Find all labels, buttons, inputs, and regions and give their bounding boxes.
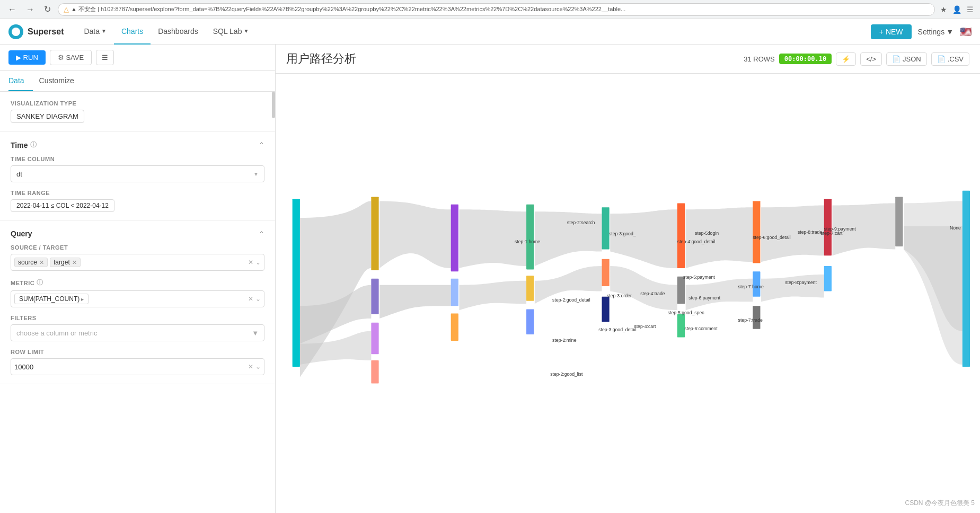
- node-step5-login: [602, 207, 609, 249]
- node-step3-good-detail2: [451, 313, 458, 340]
- target-tag[interactable]: target ✕: [50, 258, 81, 267]
- tab-data[interactable]: Data: [8, 71, 33, 91]
- save-button[interactable]: ⚙ SAVE: [50, 50, 92, 65]
- label-step5-payment: step-5:payment: [683, 275, 715, 280]
- extensions-button[interactable]: ☰: [966, 4, 975, 15]
- node-step2-good-detail: [371, 279, 378, 314]
- query-section-header: Query ⌃: [11, 229, 264, 238]
- nav-data[interactable]: Data ▼: [76, 19, 113, 45]
- forward-button[interactable]: →: [23, 4, 37, 15]
- node-step5-good-spec: [602, 297, 609, 322]
- label-step3-good-detail2: step-3:good_detail: [598, 327, 637, 332]
- time-range-badge[interactable]: 2022-04-11 ≤ COL < 2022-04-12: [11, 199, 114, 212]
- node-step3-order: [451, 279, 458, 306]
- row-limit-clear-button[interactable]: ✕: [248, 363, 253, 370]
- node-step9-payment: [895, 197, 903, 246]
- label-step7-trade: step-7:trade: [738, 317, 763, 323]
- chart-header: 用户路径分析 31 ROWS 00:00:00.10 ⚡ </> 📄 JSON …: [276, 45, 980, 74]
- node-step2-good-list: [371, 360, 378, 384]
- label-step6-good-detail: step-6:good_detail: [753, 235, 791, 240]
- sqllab-caret-icon: ▼: [243, 28, 249, 34]
- metric-input[interactable]: SUM(PATH_COUNT) ▸ ✕ ⌄: [11, 290, 264, 307]
- label-step5-good-spec: step-5:good_spec: [668, 310, 705, 315]
- run-button[interactable]: ▶ RUN: [8, 50, 46, 65]
- node-step4-cart: [526, 309, 534, 334]
- metric-expand-button[interactable]: ⌄: [255, 295, 261, 303]
- settings-button[interactable]: Settings ▼: [918, 28, 953, 36]
- viz-type-section: VISUALIZATION TYPE SANKEY DIAGRAM: [0, 92, 275, 132]
- address-bar[interactable]: △ ▲ 不安全 | h102:8787/superset/explore/?fo…: [58, 3, 935, 16]
- table-icon-button[interactable]: ☰: [96, 50, 114, 65]
- csv-button[interactable]: 📄 .CSV: [931, 52, 969, 66]
- panel-content: VISUALIZATION TYPE SANKEY DIAGRAM Time ⓘ…: [0, 92, 275, 513]
- app-header: Superset Data ▼ Charts Dashboards SQL La…: [0, 19, 980, 45]
- timer-badge: 00:00:00.10: [779, 54, 832, 64]
- label-step8-trade: step-8:trade: [798, 229, 823, 235]
- label-none: None: [950, 225, 961, 231]
- viz-type-badge[interactable]: SANKEY DIAGRAM: [11, 110, 84, 123]
- csv-file-icon: 📄: [937, 55, 946, 63]
- label-step4-trade: step-4:trade: [640, 291, 665, 296]
- language-flag[interactable]: 🇺🇸: [960, 26, 972, 38]
- back-button[interactable]: ←: [5, 4, 19, 15]
- label-step3-order: step-3:order: [607, 293, 632, 298]
- query-section: Query ⌃ SOURCE / TARGET source ✕ target …: [0, 221, 275, 384]
- settings-caret-icon: ▼: [946, 28, 953, 36]
- nav-charts[interactable]: Charts: [114, 19, 151, 45]
- code-button[interactable]: </>: [860, 52, 882, 66]
- chart-header-right: 31 ROWS 00:00:00.10 ⚡ </> 📄 JSON 📄 .CSV: [744, 52, 969, 66]
- panel-tabs: Data Customize: [0, 71, 275, 92]
- time-column-caret-icon: ▼: [253, 171, 259, 177]
- node-step7-cart: [753, 201, 760, 263]
- right-panel: 用户路径分析 31 ROWS 00:00:00.10 ⚡ </> 📄 JSON …: [276, 45, 980, 513]
- source-target-expand-button[interactable]: ⌄: [255, 259, 261, 266]
- time-range-label: TIME RANGE: [11, 190, 264, 196]
- query-collapse-icon[interactable]: ⌃: [259, 230, 264, 238]
- label-step5-login: step-5:login: [695, 231, 719, 236]
- source-target-clear-button[interactable]: ✕: [248, 259, 253, 266]
- row-limit-expand-button[interactable]: ⌄: [255, 363, 261, 370]
- nav-sqllab[interactable]: SQL Lab ▼: [206, 19, 257, 45]
- filters-label: FILTERS: [11, 315, 264, 321]
- chart-area: step-1:home step-2:search step-2:good_de…: [276, 74, 980, 513]
- target-tag-remove[interactable]: ✕: [72, 259, 77, 266]
- source-target-actions: ✕ ⌄: [248, 259, 261, 266]
- row-limit-input[interactable]: 10000 ✕ ⌄: [11, 358, 264, 375]
- filters-input[interactable]: choose a column or metric ▼: [11, 324, 264, 341]
- new-button[interactable]: + NEW: [871, 24, 912, 39]
- profile-button[interactable]: 👤: [951, 4, 963, 15]
- data-caret-icon: ▼: [101, 28, 107, 34]
- label-step4-cart: step-4:cart: [634, 324, 656, 329]
- reload-button[interactable]: ↻: [41, 3, 54, 15]
- bookmark-button[interactable]: ★: [939, 4, 948, 15]
- label-step8-payment: step-8:payment: [785, 280, 817, 285]
- source-tag[interactable]: source ✕: [14, 258, 48, 267]
- metric-clear-button[interactable]: ✕: [248, 295, 253, 303]
- metric-info-icon[interactable]: ⓘ: [37, 278, 43, 287]
- tab-customize[interactable]: Customize: [39, 71, 83, 91]
- nav-dashboards[interactable]: Dashboards: [151, 19, 206, 45]
- chart-title: 用户路径分析: [286, 51, 356, 67]
- browser-actions: ★ 👤 ☰: [939, 4, 975, 15]
- time-section-header: Time ⓘ ⌃: [11, 140, 264, 149]
- source-target-input[interactable]: source ✕ target ✕ ✕ ⌄: [11, 254, 264, 271]
- lightning-button[interactable]: ⚡: [836, 52, 856, 66]
- metric-arrow-icon: ▸: [81, 296, 84, 302]
- source-target-label: SOURCE / TARGET: [11, 244, 264, 251]
- label-step6-payment: step-6:payment: [688, 295, 720, 300]
- label-step7-home: step-7:home: [738, 284, 764, 289]
- label-step2-search: step-2:search: [567, 220, 595, 225]
- table-view-icon: ☰: [102, 54, 108, 61]
- metric-badge[interactable]: SUM(PATH_COUNT) ▸: [14, 294, 89, 304]
- time-column-select[interactable]: dt ▼: [11, 165, 264, 182]
- rows-badge: 31 ROWS: [744, 55, 775, 63]
- main-layout: ▶ RUN ⚙ SAVE ☰ Data Customize VISUALIZAT…: [0, 45, 980, 513]
- time-collapse-icon[interactable]: ⌃: [259, 141, 264, 149]
- json-button[interactable]: 📄 JSON: [886, 52, 927, 66]
- node-step6-payment: [677, 277, 685, 304]
- json-file-icon: 📄: [892, 55, 900, 63]
- left-panel: ▶ RUN ⚙ SAVE ☰ Data Customize VISUALIZAT…: [0, 45, 276, 513]
- time-info-icon[interactable]: ⓘ: [30, 140, 37, 149]
- label-step9-payment: step-9:payment: [824, 226, 856, 232]
- source-tag-remove[interactable]: ✕: [39, 259, 44, 266]
